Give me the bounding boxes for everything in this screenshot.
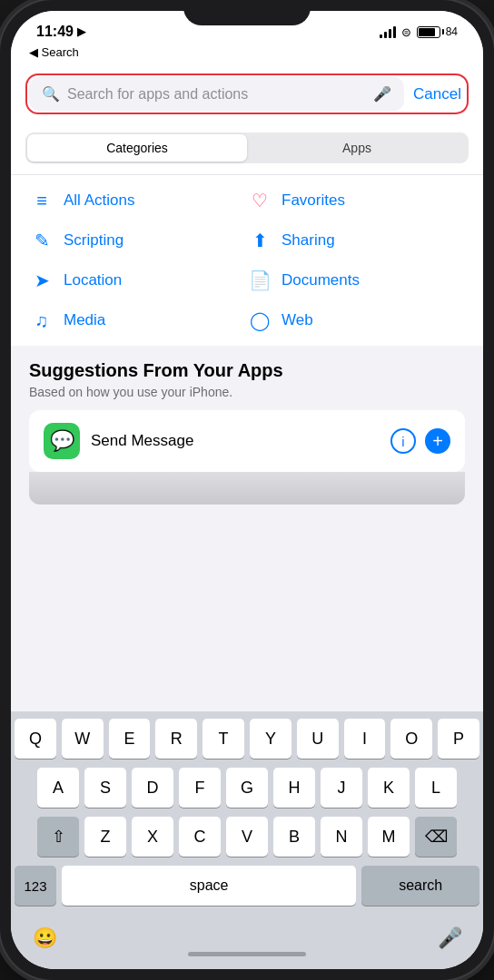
key-p[interactable]: P [438, 719, 479, 759]
key-b[interactable]: B [273, 817, 315, 857]
suggestion-actions: i + [390, 428, 450, 454]
scripting-label: Scripting [64, 231, 124, 250]
suggestion-name: Send Message [91, 432, 380, 450]
search-field[interactable]: 🔍 Search for apps and actions 🎤 [29, 77, 404, 111]
categories-grid: ≡ All Actions ♡ Favorites ✎ Scripting ⬆ … [29, 190, 465, 331]
key-q[interactable]: Q [15, 719, 56, 759]
breadcrumb[interactable]: ◀ Search [11, 44, 483, 66]
info-button[interactable]: i [390, 428, 416, 454]
key-a[interactable]: A [37, 768, 79, 808]
category-item-scripting[interactable]: ✎ Scripting [29, 230, 247, 251]
category-item-favorites[interactable]: ♡ Favorites [247, 190, 465, 211]
key-f[interactable]: F [179, 768, 221, 808]
key-o[interactable]: O [390, 719, 432, 759]
category-item-documents[interactable]: 📄 Documents [247, 270, 465, 291]
key-t[interactable]: T [203, 719, 244, 759]
search-placeholder: Search for apps and actions [67, 86, 366, 103]
location-label: Location [64, 271, 122, 289]
suggestions-overflow-blur [29, 472, 465, 505]
cancel-button[interactable]: Cancel [404, 85, 465, 103]
favorites-label: Favorites [282, 191, 345, 210]
delete-key[interactable]: ⌫ [415, 817, 457, 857]
suggestions-subtitle: Based on how you use your iPhone. [29, 385, 465, 399]
emoji-key[interactable]: 😀 [22, 920, 67, 956]
key-w[interactable]: W [62, 719, 104, 759]
messages-app-icon: 💬 [44, 423, 80, 459]
home-indicator [188, 952, 306, 956]
key-v[interactable]: V [226, 817, 268, 857]
keyboard-row-4: 123 space search [15, 866, 479, 906]
numbers-key[interactable]: 123 [15, 866, 56, 906]
keyboard-bottom-row: 😀 🎤 [15, 915, 479, 965]
search-key[interactable]: search [361, 866, 479, 906]
status-time: 11:49 ▶ [36, 24, 85, 40]
key-d[interactable]: D [132, 768, 173, 808]
keyboard: Q W E R T Y U I O P A S D F G H J K [11, 711, 483, 969]
documents-icon: 📄 [247, 270, 272, 291]
keyboard-row-3: ⇧ Z X C V B N M ⌫ [15, 817, 479, 857]
key-n[interactable]: N [321, 817, 362, 857]
time-display: 11:49 [36, 24, 74, 40]
signal-icon [380, 26, 396, 38]
key-z[interactable]: Z [84, 817, 126, 857]
key-g[interactable]: G [226, 768, 268, 808]
key-c[interactable]: C [179, 817, 221, 857]
status-icons: ⊜ 84 [380, 25, 458, 39]
keyboard-row-2: A S D F G H J K L [15, 768, 479, 808]
search-bar-highlight: 🔍 Search for apps and actions 🎤 Cancel [25, 74, 469, 114]
documents-label: Documents [282, 271, 360, 289]
suggestions-section: Suggestions From Your Apps Based on how … [11, 346, 483, 512]
keyboard-row-1: Q W E R T Y U I O P [15, 719, 479, 759]
location-arrow-icon: ▶ [77, 25, 85, 38]
scripting-icon: ✎ [29, 230, 54, 251]
key-j[interactable]: J [321, 768, 362, 808]
media-label: Media [64, 311, 105, 329]
battery-indicator: 84 [417, 25, 458, 38]
add-button[interactable]: + [425, 428, 450, 454]
suggestions-title: Suggestions From Your Apps [29, 360, 465, 381]
key-k[interactable]: K [368, 768, 410, 808]
category-item-location[interactable]: ➤ Location [29, 270, 247, 291]
microphone-icon[interactable]: 🎤 [373, 85, 391, 103]
search-icon: 🔍 [42, 85, 60, 103]
battery-percent: 84 [446, 25, 458, 38]
category-item-web[interactable]: ◯ Web [247, 309, 465, 331]
key-s[interactable]: S [84, 768, 126, 808]
all-actions-icon: ≡ [29, 191, 54, 211]
segmented-control: Categories Apps [11, 125, 483, 175]
web-label: Web [282, 311, 313, 329]
key-h[interactable]: H [273, 768, 315, 808]
favorites-icon: ♡ [247, 190, 272, 211]
suggestion-card-send-message[interactable]: 💬 Send Message i + [29, 410, 465, 472]
tab-categories[interactable]: Categories [27, 134, 247, 162]
categories-section: ≡ All Actions ♡ Favorites ✎ Scripting ⬆ … [11, 175, 483, 346]
search-bar-container: 🔍 Search for apps and actions 🎤 Cancel [11, 66, 483, 125]
key-x[interactable]: X [132, 817, 173, 857]
segment-group: Categories Apps [25, 132, 469, 163]
sharing-icon: ⬆ [247, 230, 272, 251]
phone-frame: 11:49 ▶ ⊜ 84 [0, 0, 494, 980]
sharing-label: Sharing [282, 231, 335, 250]
media-icon: ♫ [29, 310, 54, 331]
location-icon: ➤ [29, 270, 54, 291]
dictation-key[interactable]: 🎤 [427, 920, 472, 956]
web-icon: ◯ [247, 309, 272, 331]
key-l[interactable]: L [415, 768, 457, 808]
key-m[interactable]: M [368, 817, 410, 857]
shift-key[interactable]: ⇧ [37, 817, 79, 857]
phone-screen: 11:49 ▶ ⊜ 84 [11, 11, 483, 969]
key-y[interactable]: Y [250, 719, 291, 759]
key-e[interactable]: E [109, 719, 151, 759]
category-item-all-actions[interactable]: ≡ All Actions [29, 190, 247, 211]
all-actions-label: All Actions [64, 191, 134, 210]
key-r[interactable]: R [155, 719, 197, 759]
tab-apps[interactable]: Apps [247, 134, 467, 162]
space-key[interactable]: space [62, 866, 356, 906]
category-item-sharing[interactable]: ⬆ Sharing [247, 230, 465, 251]
notch [183, 0, 311, 25]
category-item-media[interactable]: ♫ Media [29, 309, 247, 331]
key-i[interactable]: I [344, 719, 386, 759]
key-u[interactable]: U [297, 719, 339, 759]
back-label: ◀ Search [29, 45, 79, 59]
wifi-icon: ⊜ [401, 25, 411, 39]
